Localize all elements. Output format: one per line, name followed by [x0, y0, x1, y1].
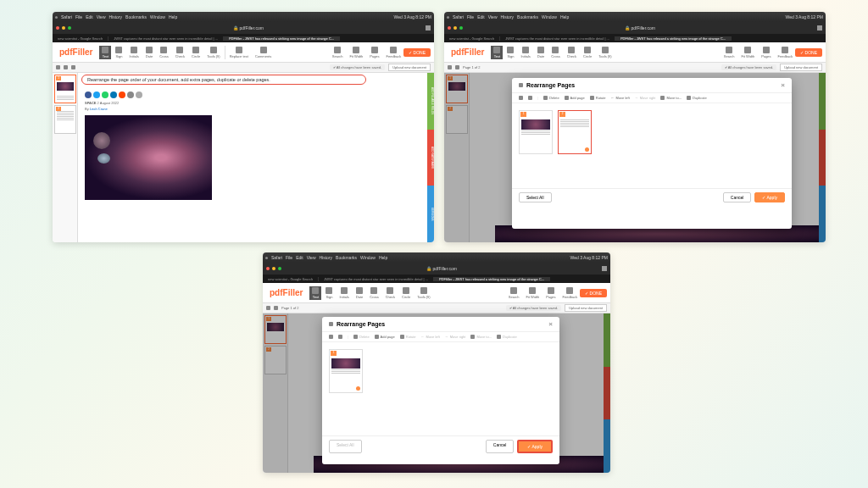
author-link[interactable]: Leah Crane: [90, 107, 108, 111]
text-icon: [102, 47, 108, 53]
modal-page[interactable]: 1: [329, 349, 363, 393]
tool-tools[interactable]: Tools (9): [204, 46, 222, 59]
tool-check[interactable]: Check: [173, 46, 187, 59]
article-image: [85, 115, 212, 200]
sign-icon: [115, 47, 122, 53]
logo: pdfFiller: [53, 47, 99, 57]
right-tab-watermark[interactable]: ADD WATERMARK: [427, 130, 434, 186]
comments-icon: [260, 47, 267, 53]
tool-pages[interactable]: Pages: [367, 46, 381, 59]
circle-icon: [192, 47, 199, 53]
undo-icon[interactable]: [56, 65, 60, 69]
modal-page[interactable]: 1: [519, 110, 553, 154]
moveleft-button[interactable]: ← Move left: [611, 96, 630, 100]
rearrange-modal: Rearrange Pages× | Delete Add page Rotat…: [512, 78, 792, 229]
close-icon[interactable]: ×: [548, 320, 553, 328]
mac-app: Safari: [61, 14, 72, 19]
tool-replace[interactable]: Replace text: [227, 46, 251, 59]
app-header: pdfFiller Text Sign Initials Date Cross …: [53, 42, 434, 63]
tool-sign[interactable]: Sign: [113, 46, 125, 59]
document-main: Rearrange the page order of your documen…: [78, 73, 434, 242]
tools-icon: [210, 47, 217, 53]
right-tab-fillable[interactable]: ADD FILLABLE FIELDS: [427, 73, 434, 130]
close-icon[interactable]: ×: [781, 81, 785, 89]
reddit-icon[interactable]: [119, 92, 125, 98]
tool-date[interactable]: Date: [143, 46, 155, 59]
delete-button: Delete: [353, 335, 370, 339]
rearrange-icon[interactable]: [71, 65, 75, 69]
moveright-button: → Move right: [445, 335, 466, 339]
page-thumbnails: 1 2: [53, 73, 78, 242]
callout-tooltip: Rearrange the page order of your documen…: [81, 75, 366, 85]
addpage-button[interactable]: Add page: [565, 96, 585, 100]
upload-button[interactable]: Upload new document: [388, 64, 431, 71]
modal-page[interactable]: 2: [558, 110, 592, 154]
selectall-button[interactable]: Select All: [329, 440, 362, 453]
facebook-icon[interactable]: [85, 92, 92, 98]
email-icon[interactable]: [127, 92, 134, 98]
modal-title: Rearrange Pages: [526, 82, 575, 88]
page-thumb[interactable]: 1: [54, 75, 76, 103]
moveto-button[interactable]: Move to...: [660, 96, 682, 100]
right-tab-versions[interactable]: VERSIONS: [427, 186, 434, 242]
duplicate-button[interactable]: Duplicate: [687, 96, 707, 100]
delete-button[interactable]: Delete: [543, 96, 559, 100]
apply-button[interactable]: ✓ Apply: [754, 192, 785, 202]
save-status: ✔ All changes have been saved.: [330, 64, 385, 70]
replace-icon: [236, 47, 242, 53]
browser-tab[interactable]: PDFfiller - JWST has released a striking…: [224, 36, 340, 41]
addpage-button[interactable]: Add page: [375, 335, 395, 339]
feedback-icon: [390, 47, 397, 53]
done-button[interactable]: ✓ DONE: [403, 48, 431, 57]
rearrange-modal: Rearrange Pages× | Delete Add page Rotat…: [322, 317, 559, 464]
browser-chrome: 🔒 pdfFiller.com: [53, 22, 434, 34]
tool-feedback[interactable]: Feedback: [384, 46, 404, 59]
browser-tabs: new scientist - Google Search JWST captu…: [53, 34, 434, 42]
mac-menubar: Safari FileEditViewHistoryBookmarksWindo…: [53, 12, 434, 22]
share-row: [85, 90, 427, 100]
redo-icon[interactable]: [528, 96, 532, 100]
whatsapp-icon[interactable]: [102, 92, 108, 98]
search-icon: [334, 47, 341, 53]
linkedin-icon[interactable]: [110, 92, 117, 98]
print-icon[interactable]: [136, 92, 142, 98]
cross-icon: [160, 47, 167, 53]
pages-icon: [371, 47, 378, 53]
moveright-button: → Move right: [635, 96, 656, 100]
twitter-icon[interactable]: [93, 92, 100, 98]
undo-icon[interactable]: [519, 96, 523, 100]
duplicate-button: Duplicate: [497, 335, 517, 339]
tool-comments[interactable]: Comments: [253, 46, 274, 59]
tool-text[interactable]: Text: [99, 46, 111, 59]
selectall-button[interactable]: Select All: [519, 192, 552, 202]
tool-circle[interactable]: Circle: [189, 46, 203, 59]
rotate-button[interactable]: Rotate: [590, 96, 606, 100]
page-thumb[interactable]: 2: [54, 105, 76, 134]
browser-tab[interactable]: new scientist - Google Search: [53, 36, 108, 41]
tool-fit[interactable]: Fit Width: [347, 46, 365, 59]
apply-button[interactable]: ✓ Apply: [517, 440, 553, 453]
rotate-button: Rotate: [400, 335, 416, 339]
moveleft-button: ← Move left: [421, 335, 440, 339]
moveto-button: Move to...: [470, 335, 492, 339]
cancel-button[interactable]: Cancel: [486, 440, 515, 453]
tool-initials[interactable]: Initials: [126, 46, 141, 59]
browser-tab[interactable]: JWST captures the most distant star ever…: [108, 36, 224, 41]
date-icon: [146, 47, 153, 53]
url-bar[interactable]: 🔒 pdfFiller.com: [74, 25, 423, 30]
check-icon: [176, 47, 183, 53]
redo-icon[interactable]: [64, 65, 68, 69]
pages-icon: [519, 83, 523, 87]
cancel-button[interactable]: Cancel: [723, 192, 752, 202]
mac-clock: Wed 3 Aug 8:12 PM: [394, 14, 431, 19]
fit-icon: [353, 47, 359, 53]
initials-icon: [131, 47, 137, 53]
tool-search[interactable]: Search: [330, 46, 346, 59]
tool-cross[interactable]: Cross: [157, 46, 170, 59]
